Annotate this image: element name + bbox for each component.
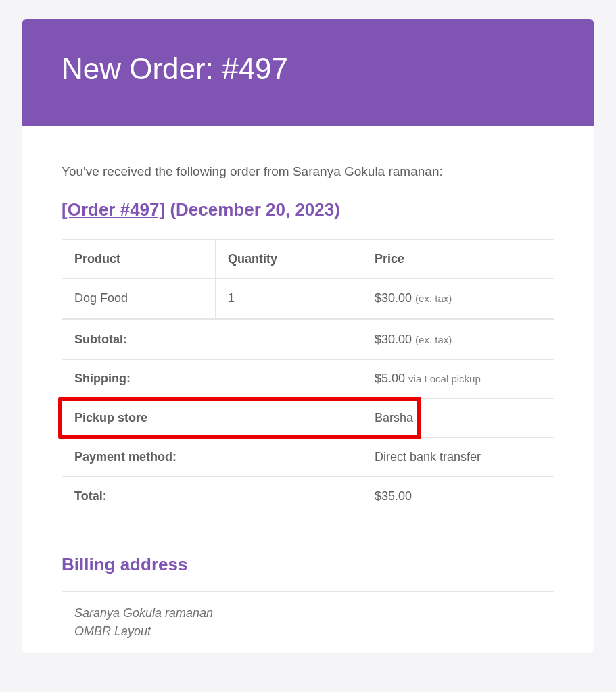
cell-price: $30.00 (ex. tax) — [362, 278, 554, 319]
order-link[interactable]: [Order #497] — [62, 199, 165, 220]
row-pickup-store: Pickup store Barsha — [62, 398, 554, 437]
order-date: (December 20, 2023) — [170, 199, 339, 220]
cell-quantity: 1 — [216, 278, 362, 319]
order-table: Product Quantity Price Dog Food 1 $30.00… — [62, 239, 554, 516]
row-shipping: Shipping: $5.00 via Local pickup — [62, 359, 554, 398]
email-title: New Order: #497 — [62, 51, 554, 87]
subtotal-amount: $30.00 — [375, 332, 412, 346]
value-total: $35.00 — [362, 476, 554, 516]
pickup-store-label-text: Pickup store — [74, 411, 147, 424]
cell-product: Dog Food — [62, 278, 216, 319]
col-price: Price — [362, 239, 554, 278]
billing-line-2: OMBR Layout — [74, 622, 542, 641]
intro-text: You've received the following order from… — [62, 164, 554, 179]
page-root: New Order: #497 You've received the foll… — [0, 0, 616, 692]
email-card: New Order: #497 You've received the foll… — [22, 19, 594, 653]
label-subtotal: Subtotal: — [62, 319, 362, 360]
label-shipping: Shipping: — [62, 359, 362, 398]
label-total: Total: — [62, 476, 362, 516]
price-value: $30.00 — [375, 291, 412, 305]
col-product: Product — [62, 239, 216, 278]
value-shipping: $5.00 via Local pickup — [362, 359, 554, 398]
value-subtotal: $30.00 (ex. tax) — [362, 319, 554, 360]
subtotal-note: (ex. tax) — [415, 334, 452, 345]
row-total: Total: $35.00 — [62, 476, 554, 516]
email-body: You've received the following order from… — [22, 126, 594, 653]
shipping-amount: $5.00 — [375, 372, 405, 385]
row-subtotal: Subtotal: $30.00 (ex. tax) — [62, 319, 554, 360]
label-pickup-store: Pickup store — [62, 398, 362, 437]
value-payment-method: Direct bank transfer — [362, 437, 554, 476]
order-heading: [Order #497] (December 20, 2023) — [62, 199, 554, 220]
billing-line-1: Saranya Gokula ramanan — [74, 604, 542, 622]
label-payment-method: Payment method: — [62, 437, 362, 476]
billing-address-title: Billing address — [62, 554, 554, 575]
col-quantity: Quantity — [216, 239, 362, 278]
table-row: Dog Food 1 $30.00 (ex. tax) — [62, 278, 554, 319]
shipping-note: via Local pickup — [408, 373, 481, 385]
email-header: New Order: #497 — [22, 19, 594, 126]
price-note: (ex. tax) — [415, 293, 452, 304]
table-header-row: Product Quantity Price — [62, 239, 554, 278]
row-payment-method: Payment method: Direct bank transfer — [62, 437, 554, 476]
billing-address-box: Saranya Gokula ramanan OMBR Layout — [62, 591, 554, 653]
value-pickup-store: Barsha — [362, 398, 554, 437]
